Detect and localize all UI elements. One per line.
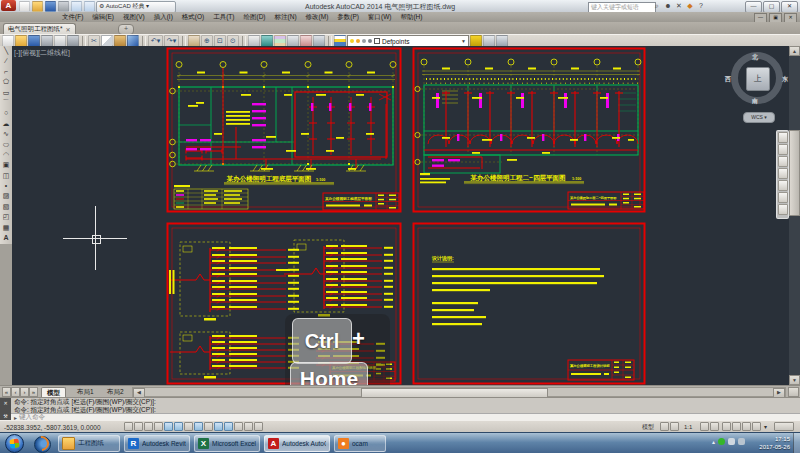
scroll-down-arrow[interactable]: ▼ bbox=[789, 375, 800, 385]
showmotion-icon[interactable] bbox=[778, 180, 788, 191]
isolate-objects-icon[interactable] bbox=[742, 422, 751, 431]
scroll-up-arrow[interactable]: ▲ bbox=[789, 46, 800, 56]
signin-icon[interactable]: ☻ bbox=[663, 1, 673, 11]
workspace-switch-gear-icon[interactable] bbox=[722, 422, 731, 431]
menu-dimension[interactable]: 标注(N) bbox=[275, 13, 297, 22]
table-icon[interactable]: ▦ bbox=[1, 223, 11, 233]
menu-modify[interactable]: 修改(M) bbox=[306, 13, 329, 22]
hatch-icon[interactable]: ▨ bbox=[1, 191, 11, 201]
osnap3d-button[interactable] bbox=[184, 422, 193, 431]
qat-plot-icon[interactable] bbox=[58, 1, 69, 12]
circle-icon[interactable]: ○ bbox=[1, 108, 11, 118]
layer-lock-icon[interactable] bbox=[362, 39, 366, 43]
status-tray-caret[interactable]: ▾ bbox=[764, 423, 767, 432]
ducs-button[interactable] bbox=[204, 422, 213, 431]
menu-insert[interactable]: 插入(I) bbox=[154, 13, 173, 22]
help-icon[interactable]: ? bbox=[696, 1, 706, 11]
qat-redo-icon[interactable] bbox=[84, 1, 95, 12]
layer-color-swatch[interactable] bbox=[374, 38, 380, 44]
tray-network-icon[interactable] bbox=[738, 438, 745, 445]
steering-wheel-icon[interactable] bbox=[778, 192, 788, 203]
osnap-button[interactable] bbox=[174, 422, 183, 431]
tab-close-icon[interactable]: ✕ bbox=[66, 26, 71, 33]
vertical-scroll-thumb[interactable] bbox=[789, 130, 800, 216]
make-block-icon[interactable]: ◫ bbox=[1, 171, 11, 181]
menu-tools[interactable]: 工具(T) bbox=[213, 13, 234, 22]
qat-save-icon[interactable] bbox=[45, 1, 56, 12]
fullnav-wheel-icon[interactable] bbox=[778, 132, 788, 143]
transparency-button[interactable] bbox=[234, 422, 243, 431]
hardware-acceleration-icon[interactable] bbox=[752, 422, 761, 431]
app-menu-button[interactable]: A bbox=[1, 0, 16, 11]
search-icon[interactable]: ⌕ bbox=[652, 1, 662, 11]
insert-block-icon[interactable]: ▣ bbox=[1, 160, 11, 170]
taskbar-clock[interactable]: 17:15 2017-05-26 bbox=[759, 436, 790, 451]
menu-help[interactable]: 帮助(H) bbox=[400, 13, 422, 22]
viewcube-north-label[interactable]: 北 bbox=[752, 53, 758, 62]
point-icon[interactable]: • bbox=[1, 181, 11, 191]
grid-button[interactable] bbox=[144, 422, 153, 431]
taskbar-item-ocam[interactable]: ● ocam bbox=[334, 435, 386, 452]
prev-layout-button[interactable]: ‹ bbox=[11, 387, 20, 397]
taskbar-item-autocad[interactable]: A Autodesk AutoC... bbox=[264, 435, 330, 452]
model-space-button[interactable]: 模型 bbox=[642, 423, 654, 432]
selection-cycling-button[interactable] bbox=[254, 422, 263, 431]
viewcube-east-label[interactable]: 东 bbox=[782, 75, 788, 84]
polar-button[interactable] bbox=[164, 422, 173, 431]
command-close-icon[interactable]: ✕ bbox=[3, 400, 7, 406]
tray-expand-icon[interactable]: ▴ bbox=[712, 438, 715, 445]
horizontal-scrollbar[interactable]: ◀ ▶ bbox=[132, 387, 786, 397]
orbit-tool-icon[interactable] bbox=[778, 168, 788, 179]
tray-volume-icon[interactable] bbox=[728, 438, 735, 445]
line-icon[interactable]: ╲ bbox=[1, 46, 11, 56]
menu-draw[interactable]: 绘图(D) bbox=[244, 13, 266, 22]
menu-view[interactable]: 视图(V) bbox=[123, 13, 145, 22]
region-icon[interactable]: ◰ bbox=[1, 212, 11, 222]
annotation-scale-button[interactable]: 1:1 bbox=[684, 423, 692, 432]
taskbar-item-folder[interactable]: 工程图纸 bbox=[58, 435, 120, 452]
toolbar-lock-icon[interactable] bbox=[732, 422, 741, 431]
viewcube-south-label[interactable]: 南 bbox=[752, 97, 758, 106]
gradient-icon[interactable]: ▧ bbox=[1, 202, 11, 212]
tab-layout2[interactable]: 布局2 bbox=[102, 387, 129, 397]
arc-icon[interactable]: ⌒ bbox=[1, 98, 11, 108]
a360-icon[interactable]: ✕ bbox=[674, 1, 684, 11]
firefox-icon[interactable] bbox=[34, 436, 51, 453]
drawing-canvas[interactable]: ╲ ∕ ⌐ ⬠ ▭ ⌒ ○ ☁ ∿ ⬭ ◠ ▣ ◫ • ▨ ▧ ◰ ▦ A [-… bbox=[0, 46, 800, 385]
infocenter-search-input[interactable]: 键入关键字或短语 bbox=[588, 2, 656, 13]
ellipse-arc-icon[interactable]: ◠ bbox=[1, 150, 11, 160]
show-desktop-button[interactable] bbox=[793, 433, 800, 453]
menu-file[interactable]: 文件(F) bbox=[62, 13, 83, 22]
menu-window[interactable]: 窗口(W) bbox=[368, 13, 391, 22]
layer-plot-icon[interactable] bbox=[368, 39, 372, 43]
autoscale-icon[interactable] bbox=[710, 422, 719, 431]
last-layout-button[interactable]: » bbox=[29, 387, 38, 397]
menu-format[interactable]: 格式(O) bbox=[182, 13, 204, 22]
first-layout-button[interactable]: « bbox=[2, 387, 11, 397]
exchange-apps-icon[interactable]: ◆ bbox=[685, 1, 695, 11]
viewcube-wcs-dropdown[interactable]: WCS ▾ bbox=[743, 112, 775, 123]
rectangle-icon[interactable]: ▭ bbox=[1, 88, 11, 98]
snap-button[interactable] bbox=[134, 422, 143, 431]
polyline-icon[interactable]: ⌐ bbox=[1, 67, 11, 77]
otrack-button[interactable] bbox=[194, 422, 203, 431]
viewcube-top-face[interactable]: 上 bbox=[746, 67, 770, 91]
tray-antivirus-icon[interactable] bbox=[718, 438, 725, 445]
clean-screen-button[interactable] bbox=[774, 422, 794, 431]
command-customize-icon[interactable]: ⚒ bbox=[3, 413, 7, 419]
pan-tool-icon[interactable] bbox=[778, 144, 788, 155]
viewport-controls[interactable]: [-][俯视][二维线框] bbox=[14, 48, 70, 58]
ortho-button[interactable] bbox=[154, 422, 163, 431]
taskbar-item-revit[interactable]: R Autodesk Revit ... bbox=[124, 435, 190, 452]
taskbar-item-excel[interactable]: X Microsoft Excel ... bbox=[194, 435, 260, 452]
polygon-icon[interactable]: ⬠ bbox=[1, 77, 11, 87]
ellipse-icon[interactable]: ⬭ bbox=[1, 140, 11, 150]
dynamic-input-button[interactable] bbox=[214, 422, 223, 431]
quick-properties-button[interactable] bbox=[244, 422, 253, 431]
zoom-tool-icon[interactable] bbox=[778, 156, 788, 167]
mtext-icon[interactable]: A bbox=[1, 233, 11, 243]
annotation-visibility-icon[interactable] bbox=[700, 422, 709, 431]
nav-more-icon[interactable] bbox=[778, 204, 788, 215]
construction-line-icon[interactable]: ∕ bbox=[1, 56, 11, 66]
spline-icon[interactable]: ∿ bbox=[1, 129, 11, 139]
